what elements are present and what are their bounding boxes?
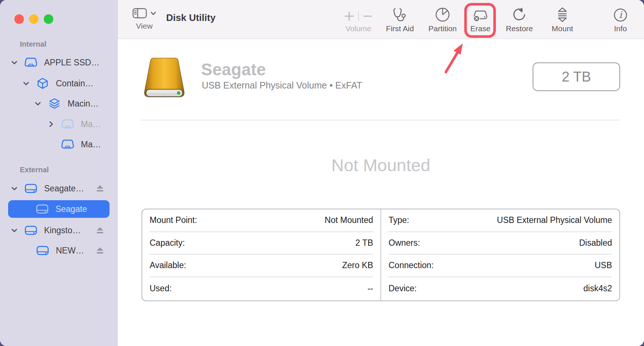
sidebar-item-seagate-volume-selected[interactable]: Seagate — [8, 200, 110, 218]
sidebar-item-label: APPLE SSD… — [44, 58, 100, 68]
external-drive-icon — [25, 224, 37, 236]
desktop: { "app": { "title": "Disk Utility", "sta… — [0, 0, 644, 346]
sidebar-item-apple-ssd[interactable]: APPLE SSD… — [0, 54, 118, 71]
sidebar: Internal APPLE SSD… Contain… — [0, 0, 118, 346]
chevron-down-icon[interactable] — [10, 60, 19, 65]
sidebar-section-external: External — [20, 166, 49, 174]
details-table: Mount Point: Not Mounted Capacity: 2 TB … — [142, 209, 620, 301]
mount-button-label: Mount — [552, 24, 573, 33]
row-label: Owners: — [389, 238, 420, 248]
table-row: Device: disk4s2 — [389, 277, 612, 300]
sidebar-item-label: Seagate — [56, 204, 87, 214]
row-label: Device: — [389, 284, 417, 293]
volume-layers-icon — [48, 98, 61, 109]
sidebar-item-label: Macin… — [68, 99, 99, 109]
chevron-down-icon[interactable] — [10, 186, 19, 191]
drive-subtitle: USB External Physical Volume • ExFAT — [202, 80, 362, 91]
external-drive-icon — [25, 183, 37, 194]
mount-status: Not Mounted — [118, 155, 644, 175]
row-label: Available: — [150, 260, 186, 270]
sidebar-section-internal: Internal — [20, 40, 46, 48]
table-row: Type: USB External Physical Volume — [389, 209, 612, 232]
chevron-down-icon[interactable] — [33, 101, 43, 106]
restore-button-label: Restore — [506, 24, 533, 33]
details-right-column: Type: USB External Physical Volume Owner… — [381, 209, 619, 300]
sidebar-item-label: NEW… — [56, 246, 84, 256]
erase-highlight-annotation — [464, 3, 496, 38]
drive-name: Seagate — [201, 60, 266, 79]
external-hdd-orange-icon — [143, 57, 186, 100]
svg-text:i: i — [619, 10, 623, 20]
eject-icon[interactable] — [96, 227, 104, 234]
table-row: Capacity: 2 TB — [150, 232, 373, 255]
container-icon — [36, 78, 49, 89]
sidebar-item-label: Ma… — [81, 119, 101, 129]
sidebar-panel-icon — [132, 8, 147, 19]
sidebar-item-new-volume[interactable]: NEW… — [0, 242, 118, 259]
row-value: disk4s2 — [583, 284, 612, 293]
mount-icon — [555, 5, 570, 23]
row-label: Used: — [150, 284, 172, 293]
stethoscope-icon — [391, 5, 408, 23]
row-value: -- — [368, 284, 373, 293]
sidebar-item-label: Ma… — [81, 140, 101, 149]
sidebar-item-macintosh-sub-dim[interactable]: Ma… — [0, 115, 118, 133]
row-value: Disabled — [579, 238, 612, 248]
first-aid-button-label: First Aid — [386, 24, 414, 33]
mount-button[interactable]: Mount — [535, 5, 590, 33]
row-value: USB External Physical Volume — [497, 215, 612, 225]
eject-icon[interactable] — [96, 247, 104, 254]
toolbar: View Disk Utility Volume First Aid Parti… — [118, 0, 644, 39]
sidebar-item-label: Contain… — [56, 79, 93, 89]
table-row: Used: -- — [150, 277, 373, 300]
restore-arrow-icon — [511, 5, 527, 23]
row-value: Zero KB — [342, 260, 373, 270]
chevron-right-icon[interactable] — [46, 121, 56, 127]
sidebar-item-label: Kingsto… — [44, 226, 81, 235]
chevron-down-icon — [150, 11, 156, 15]
internal-drive-icon — [25, 57, 37, 68]
row-label: Type: — [389, 215, 409, 225]
partition-button-label: Partition — [428, 24, 457, 33]
window-controls — [14, 14, 53, 24]
view-button[interactable]: View — [132, 6, 156, 30]
table-row: Mount Point: Not Mounted — [150, 209, 373, 232]
sidebar-item-container[interactable]: Contain… — [0, 75, 118, 92]
arrow-annotation — [441, 37, 471, 77]
pie-chart-icon — [434, 5, 451, 23]
external-drive-icon — [36, 245, 49, 256]
eject-icon[interactable] — [96, 185, 104, 192]
internal-drive-icon — [61, 118, 74, 130]
internal-drive-icon — [61, 138, 74, 150]
capacity-badge: 2 TB — [533, 62, 620, 91]
header-divider — [141, 120, 620, 120]
close-window-button[interactable] — [14, 14, 24, 24]
disk-utility-window: Internal APPLE SSD… Contain… — [0, 0, 644, 346]
zoom-window-button[interactable] — [44, 14, 53, 24]
row-label: Mount Point: — [150, 215, 197, 225]
add-remove-volume-icon — [344, 5, 373, 23]
sidebar-item-kingston-disk[interactable]: Kingsto… — [0, 221, 118, 239]
chevron-down-icon[interactable] — [10, 228, 19, 233]
table-row: Connection: USB — [389, 255, 612, 277]
info-button-label: Info — [614, 24, 627, 33]
row-value: 2 TB — [355, 238, 373, 248]
minimize-window-button[interactable] — [29, 14, 39, 24]
row-value: USB — [595, 260, 612, 270]
row-label: Connection: — [389, 260, 434, 270]
view-button-label: View — [136, 22, 153, 30]
info-button[interactable]: i Info — [593, 5, 644, 33]
sidebar-item-macintosh-sub[interactable]: Ma… — [0, 136, 118, 153]
table-row: Available: Zero KB — [150, 255, 373, 277]
table-row: Owners: Disabled — [389, 232, 612, 255]
sidebar-item-seagate-disk[interactable]: Seagate… — [0, 180, 118, 197]
chevron-down-icon[interactable] — [21, 81, 31, 86]
external-drive-icon — [36, 203, 49, 215]
row-value: Not Mounted — [325, 215, 373, 225]
main-content: Seagate USB External Physical Volume • E… — [118, 39, 644, 346]
volume-button-label: Volume — [346, 24, 371, 33]
info-icon: i — [613, 5, 628, 23]
sidebar-item-macintosh-hd[interactable]: Macin… — [0, 95, 118, 112]
sidebar-item-label: Seagate… — [44, 184, 84, 194]
window-title: Disk Utility — [166, 12, 215, 24]
